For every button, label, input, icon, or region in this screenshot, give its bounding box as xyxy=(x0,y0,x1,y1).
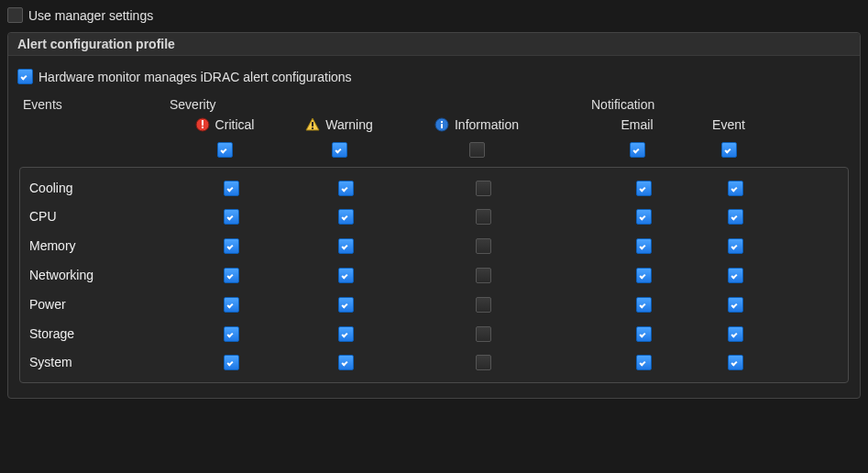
master-warning-checkbox[interactable] xyxy=(332,142,347,158)
event-name: Memory xyxy=(20,238,176,253)
use-manager-settings-checkbox[interactable] xyxy=(7,7,23,23)
event-name: Cooling xyxy=(20,181,176,195)
table-row: Storage xyxy=(20,319,848,348)
svg-rect-1 xyxy=(202,120,203,126)
event-name: CPU xyxy=(20,209,176,224)
master-critical-checkbox[interactable] xyxy=(217,142,233,158)
manage-idrac-checkbox[interactable] xyxy=(17,69,33,84)
row-warning-checkbox[interactable] xyxy=(338,355,354,370)
header-information: Information xyxy=(455,117,519,132)
event-name: Storage xyxy=(20,326,176,341)
header-severity: Severity xyxy=(170,97,280,112)
row-email-checkbox[interactable] xyxy=(636,268,652,283)
row-critical-checkbox[interactable] xyxy=(224,355,239,370)
row-critical-checkbox[interactable] xyxy=(224,209,239,225)
row-information-checkbox[interactable] xyxy=(476,238,491,254)
use-manager-settings-label: Use manager settings xyxy=(28,8,153,23)
critical-icon xyxy=(195,117,210,132)
row-event-checkbox[interactable] xyxy=(728,181,743,196)
table-row: Cooling xyxy=(20,173,848,203)
row-information-checkbox[interactable] xyxy=(476,355,491,370)
svg-rect-5 xyxy=(312,127,313,129)
header-notification: Notification xyxy=(591,97,683,112)
event-name: Networking xyxy=(20,268,176,282)
master-information-checkbox[interactable] xyxy=(469,142,485,158)
svg-rect-4 xyxy=(312,122,313,126)
row-event-checkbox[interactable] xyxy=(728,209,743,225)
master-email-checkbox[interactable] xyxy=(630,142,645,158)
table-row: Networking xyxy=(20,260,848,290)
row-information-checkbox[interactable] xyxy=(476,181,491,196)
event-name: Power xyxy=(20,297,176,312)
row-warning-checkbox[interactable] xyxy=(338,268,354,283)
row-event-checkbox[interactable] xyxy=(728,268,743,283)
row-warning-checkbox[interactable] xyxy=(338,209,354,225)
row-email-checkbox[interactable] xyxy=(636,209,652,225)
svg-rect-8 xyxy=(441,121,443,123)
row-critical-checkbox[interactable] xyxy=(224,326,239,342)
master-event-checkbox[interactable] xyxy=(721,142,737,158)
row-email-checkbox[interactable] xyxy=(636,355,652,370)
header-critical: Critical xyxy=(215,117,255,132)
table-row: Power xyxy=(20,290,848,319)
warning-icon xyxy=(305,117,320,132)
row-warning-checkbox[interactable] xyxy=(338,297,354,313)
row-event-checkbox[interactable] xyxy=(728,297,743,313)
manage-idrac-label: Hardware monitor manages iDRAC alert con… xyxy=(38,70,352,84)
row-information-checkbox[interactable] xyxy=(476,326,491,342)
table-row: Memory xyxy=(20,231,848,260)
row-email-checkbox[interactable] xyxy=(636,238,652,254)
table-row: System xyxy=(20,348,848,378)
row-email-checkbox[interactable] xyxy=(636,326,652,342)
row-warning-checkbox[interactable] xyxy=(338,326,354,342)
row-event-checkbox[interactable] xyxy=(728,326,743,342)
information-icon xyxy=(434,117,449,132)
row-information-checkbox[interactable] xyxy=(476,268,491,283)
row-warning-checkbox[interactable] xyxy=(338,238,354,254)
row-email-checkbox[interactable] xyxy=(636,297,652,313)
panel-title: Alert configuration profile xyxy=(8,33,860,56)
row-warning-checkbox[interactable] xyxy=(338,181,354,196)
row-critical-checkbox[interactable] xyxy=(224,238,239,254)
row-event-checkbox[interactable] xyxy=(728,355,743,370)
svg-rect-7 xyxy=(441,124,443,128)
header-email: Email xyxy=(621,117,653,132)
row-information-checkbox[interactable] xyxy=(476,297,491,313)
row-email-checkbox[interactable] xyxy=(636,181,652,196)
header-warning: Warning xyxy=(325,117,373,132)
row-information-checkbox[interactable] xyxy=(476,209,491,225)
row-critical-checkbox[interactable] xyxy=(224,268,239,283)
header-events: Events xyxy=(14,97,170,112)
svg-rect-2 xyxy=(202,126,203,128)
row-critical-checkbox[interactable] xyxy=(224,181,239,196)
table-row: CPU xyxy=(20,203,848,232)
alert-config-panel: Alert configuration profile Hardware mon… xyxy=(7,32,861,399)
row-critical-checkbox[interactable] xyxy=(224,297,239,313)
row-event-checkbox[interactable] xyxy=(728,238,743,254)
header-event: Event xyxy=(712,117,745,132)
event-name: System xyxy=(20,355,176,369)
